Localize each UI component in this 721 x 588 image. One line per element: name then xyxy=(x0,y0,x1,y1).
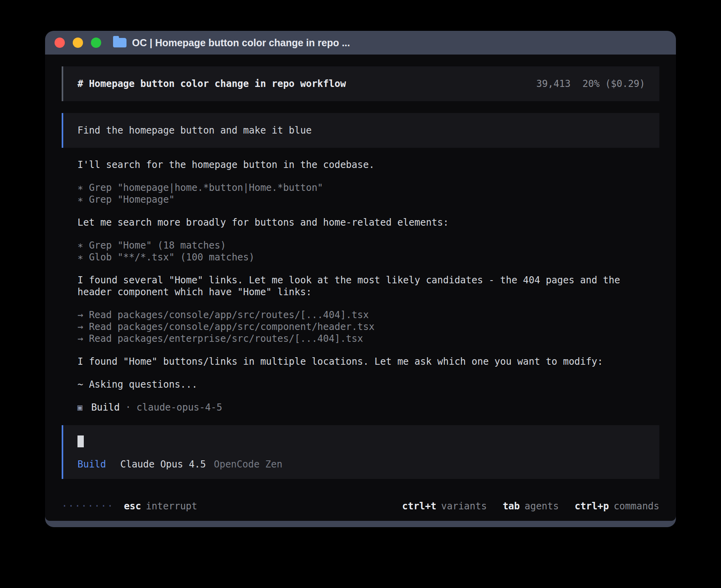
hint-label: commands xyxy=(613,501,659,512)
transcript-line: → Read packages/console/app/src/routes/[… xyxy=(77,309,640,321)
hint-label: variants xyxy=(441,501,487,512)
session-title: # Homepage button color change in repo w… xyxy=(77,78,346,90)
window-titlebar[interactable]: OC | Homepage button color change in rep… xyxy=(45,31,676,55)
zoom-button[interactable] xyxy=(91,38,101,48)
hint-key: ctrl+p xyxy=(575,501,609,512)
traffic-lights xyxy=(55,38,101,48)
transcript-group: I'll search for the homepage button in t… xyxy=(77,159,640,171)
hint-label: interrupt xyxy=(146,501,197,512)
transcript-line: ∗ Glob "**/*.tsx" (100 matches) xyxy=(77,251,640,263)
context-percent: 20% xyxy=(582,78,599,89)
status-bar: ········ escinterrupt ctrl+tvariantstaba… xyxy=(62,500,659,512)
spinner-dots: ········ xyxy=(62,500,114,512)
agent-status: ▣ Build · claude-opus-4-5 xyxy=(62,401,659,413)
minimize-button[interactable] xyxy=(73,38,83,48)
hint-label: agents xyxy=(525,501,559,512)
input-footer: Build Claude Opus 4.5 OpenCode Zen xyxy=(77,458,645,470)
transcript-group: Let me search more broadly for buttons a… xyxy=(77,217,640,228)
agent-separator: · xyxy=(125,401,131,413)
user-message-text: Find the homepage button and make it blu… xyxy=(77,124,311,136)
hint-key: ctrl+t xyxy=(402,501,436,512)
user-message: Find the homepage button and make it blu… xyxy=(62,113,659,148)
session-stats: 39,41320%($0.29) xyxy=(536,78,645,90)
hint-key: esc xyxy=(124,501,141,512)
transcript-line: I found "Home" buttons/links in multiple… xyxy=(77,356,640,368)
hint-key: tab xyxy=(503,501,520,512)
model-label: Claude Opus 4.5 xyxy=(120,458,206,470)
session-cost: ($0.29) xyxy=(605,78,645,89)
window-title: OC | Homepage button color change in rep… xyxy=(132,37,350,49)
terminal-content: # Homepage button color change in repo w… xyxy=(45,55,676,521)
transcript-line: ∗ Grep "Home" (18 matches) xyxy=(77,239,640,251)
agent-icon: ▣ xyxy=(77,401,83,413)
close-button[interactable] xyxy=(55,38,65,48)
transcript-line: I'll search for the homepage button in t… xyxy=(77,159,640,171)
transcript-line: ∗ Grep "Homepage" xyxy=(77,194,640,205)
transcript-group: I found "Home" buttons/links in multiple… xyxy=(77,356,640,368)
text-cursor xyxy=(77,435,84,447)
transcript-line: → Read packages/enterprise/src/routes/[.… xyxy=(77,333,640,345)
status-bar-left: ········ escinterrupt xyxy=(62,500,197,512)
keyboard-hint: tabagents xyxy=(503,501,559,512)
keyboard-hint: ctrl+tvariants xyxy=(402,501,487,512)
provider-label: OpenCode Zen xyxy=(214,458,282,470)
transcript-group: I found several "Home" links. Let me loo… xyxy=(77,274,640,298)
keyboard-hint: ctrl+pcommands xyxy=(575,501,659,512)
folder-icon xyxy=(113,38,126,47)
token-count: 39,413 xyxy=(536,78,571,89)
mode-label[interactable]: Build xyxy=(77,458,106,470)
hints-right: ctrl+tvariantstabagentsctrl+pcommands xyxy=(386,500,659,512)
agent-model: claude-opus-4-5 xyxy=(136,401,222,413)
transcript-line: I found several "Home" links. Let me loo… xyxy=(77,274,640,298)
transcript-line: ~ Asking questions... xyxy=(77,379,640,390)
transcript: I'll search for the homepage button in t… xyxy=(62,159,659,401)
transcript-group: ~ Asking questions... xyxy=(77,379,640,390)
transcript-line: Let me search more broadly for buttons a… xyxy=(77,217,640,228)
keyboard-hint: escinterrupt xyxy=(124,501,197,512)
transcript-line: ∗ Grep "homepage|home.*button|Home.*butt… xyxy=(77,182,640,194)
agent-name: Build xyxy=(91,401,120,413)
prompt-input[interactable]: Build Claude Opus 4.5 OpenCode Zen xyxy=(62,425,659,479)
session-header: # Homepage button color change in repo w… xyxy=(62,66,659,101)
transcript-group: ∗ Grep "homepage|home.*button|Home.*butt… xyxy=(77,182,640,205)
transcript-group: ∗ Grep "Home" (18 matches)∗ Glob "**/*.t… xyxy=(77,239,640,263)
transcript-group: → Read packages/console/app/src/routes/[… xyxy=(77,309,640,345)
transcript-line: → Read packages/console/app/src/componen… xyxy=(77,321,640,333)
hints-left: escinterrupt xyxy=(124,500,197,512)
terminal-window: OC | Homepage button color change in rep… xyxy=(45,31,676,527)
